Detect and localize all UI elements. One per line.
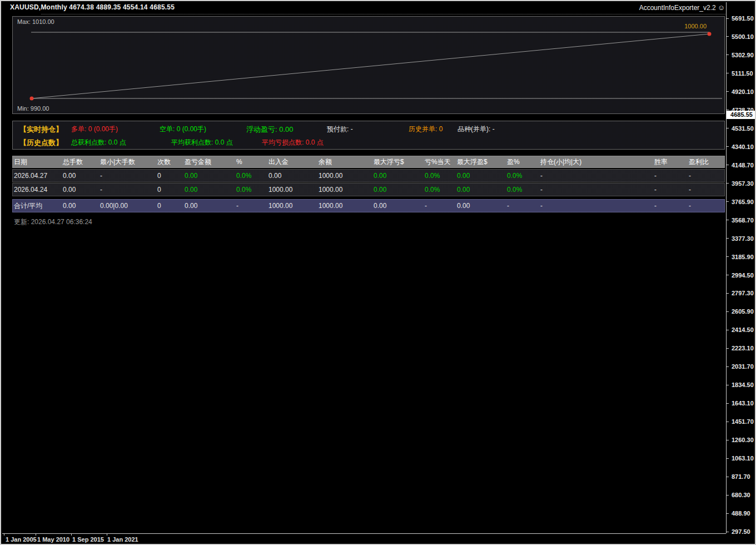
table-cell: 1000.00 [317,202,372,210]
price-tick-label: 680.30 [732,491,750,499]
table-header-cell: 出入金 [267,157,317,167]
realtime-positions-bracket: 【实时持仓】 [19,125,63,135]
table-cell: 0.0% [424,186,456,194]
time-tick-label: 1 May 2010 [37,536,69,543]
time-tick-mark [4,533,4,536]
price-tick-mark [726,128,729,128]
symbol-merged-label: 品种(并单): - [457,125,495,134]
table-header-cell: 日期 [13,157,62,167]
table-cell: 0 [156,202,183,210]
price-tick-mark [726,275,729,275]
table-cell: 0.00 [372,202,424,210]
price-tick-label: 5111.50 [732,70,753,77]
current-price-box: 4685.55 [727,111,756,119]
price-tick-mark [726,366,729,367]
table-cell: - [539,186,653,194]
table-cell: 0.0% [506,172,539,180]
table-cell: 0.00 [62,172,99,180]
price-tick-label: 2223.10 [732,344,754,352]
table-header-cell: % [235,158,267,166]
ea-name-label: AccountInfoExporter_v2.2☺ [639,3,725,12]
table-cell: 0.00 [62,202,99,210]
price-tick-mark [726,385,729,385]
time-axis[interactable]: 1 Jan 20051 May 20101 Sep 20151 Jan 2021 [1,533,726,545]
table-header-cell: 余额 [317,157,372,167]
price-tick-mark [726,458,729,459]
table-header-cell: 次数 [156,157,183,167]
table-cell: 2026.04.27 [13,172,62,180]
price-tick-label: 3568.70 [732,216,754,224]
table-header-cell: 亏%当天 [424,157,456,167]
floating-pl-label: 浮动盈亏: 0.00 [246,125,294,135]
total-profit-points-label: 总获利点数: 0.0 点 [71,138,126,147]
price-tick-mark [726,36,729,37]
price-tick-mark [726,201,729,202]
mt4-chart-window: XAUUSD,Monthly 4674.38 4889.35 4554.14 4… [0,0,756,545]
price-tick-mark [726,532,729,532]
table-header-cell: 盈% [506,157,539,167]
price-tick-mark [726,293,729,294]
price-tick-mark [726,422,729,422]
table-cell: 0.00 [62,186,99,194]
price-tick-mark [726,256,729,257]
price-tick-mark [726,165,729,165]
price-tick-label: 1643.10 [732,399,754,407]
short-orders-label: 空单: 0 (0.00手) [160,125,206,134]
price-tick-label: 2994.50 [732,271,754,279]
price-tick-mark [726,330,729,330]
price-tick-label: 2031.70 [732,363,754,370]
table-cell: 0.00 [183,172,235,180]
price-tick-mark [726,18,729,19]
equity-end-dot [708,32,712,36]
price-tick-label: 2605.90 [732,308,754,315]
table-header-cell: 总手数 [62,157,99,167]
table-cell: 0.00 [456,172,506,180]
table-cell: 2026.04.24 [13,186,62,194]
table-header-cell: 最大浮盈$ [456,157,506,167]
price-tick-label: 1260.30 [732,436,754,444]
long-orders-label: 多单: 0 (0.00手) [71,125,118,134]
equity-chart-panel[interactable]: Max: 1010.00 Min: 990.00 1000.00 [12,16,725,114]
table-cell: - [539,172,653,180]
price-tick-label: 3957.30 [732,180,754,187]
time-tick-label: 1 Jan 2021 [107,536,138,543]
table-cell: 0.00 [267,172,317,180]
price-tick-mark [726,440,729,440]
price-tick-mark [726,220,729,220]
price-tick-label: 4531.50 [732,125,754,132]
price-tick-mark [726,146,729,147]
time-tick-mark [107,533,107,536]
avg-profit-points-label: 平均获利点数: 0.0 点 [171,138,233,147]
table-cell: - [653,172,688,180]
price-tick-label: 2414.50 [732,326,754,334]
table-cell: 0.0% [506,186,539,194]
avg-loss-points-label: 平均亏损点数: 0.0 点 [262,138,324,147]
table-cell: 0.00 [183,186,235,194]
table-cell: 0.00 [456,202,506,210]
ea-smiley-icon: ☺ [718,3,725,12]
price-tick-label: 3185.90 [732,253,754,261]
account-info-panel: 【实时持仓】 多单: 0 (0.00手) 空单: 0 (0.00手) 浮动盈亏:… [12,121,725,150]
price-axis[interactable]: 5691.505500.105302.905111.504920.104728.… [726,1,756,545]
price-tick-label: 5500.10 [732,33,754,41]
table-cell: 0.00 [372,172,424,180]
table-cell: 0.00 [372,186,424,194]
price-tick-mark [726,54,729,55]
price-tick-label: 1063.10 [732,454,754,462]
equity-end-value-label: 1000.00 [684,23,707,29]
price-tick-label: 3377.30 [732,235,754,242]
table-header-cell: 最小|大手数 [99,157,156,167]
time-tick-mark [36,533,36,536]
table-cell: 1000.00 [267,202,317,210]
table-cell: 0.0% [424,172,456,180]
table-cell: 合计/平均 [13,201,62,211]
equity-curve [13,17,724,113]
daily-stats-table: 日期总手数最小|大手数次数盈亏金额%出入金余额最大浮亏$亏%当天最大浮盈$盈%持… [12,156,725,213]
table-cell: - [506,202,539,210]
table-cell: 0.00 [183,202,235,210]
price-tick-mark [726,403,729,404]
price-tick-mark [726,311,729,312]
price-tick-mark [726,513,729,514]
chart-top-separator [41,14,725,14]
table-cell: 1000.00 [317,172,372,180]
